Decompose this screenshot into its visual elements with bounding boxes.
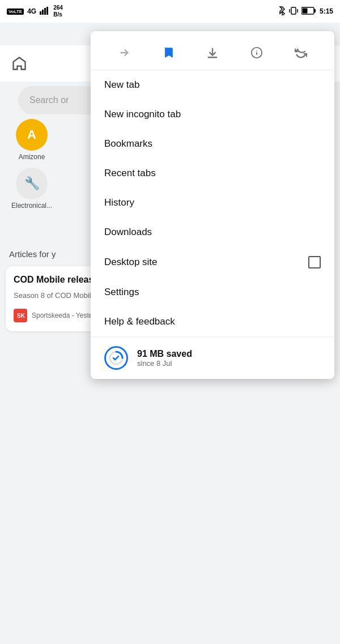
svg-rect-1 [42, 10, 44, 15]
refresh-button[interactable] [288, 40, 313, 65]
menu-item-new-tab[interactable]: New tab [91, 70, 334, 100]
data-saved-amount: 91 MB saved [137, 349, 192, 359]
svg-rect-9 [302, 8, 307, 13]
shortcut-amizone[interactable]: A Amizone [9, 119, 54, 161]
vibrate-icon [289, 6, 298, 17]
bluetooth-icon [279, 6, 286, 17]
forward-button[interactable] [112, 40, 137, 65]
status-right: 5:15 [279, 6, 333, 17]
data-saved-section: 91 MB saved since 8 Jul [91, 336, 334, 379]
svg-rect-3 [46, 7, 48, 15]
data-saved-info: 91 MB saved since 8 Jul [137, 349, 192, 368]
menu-item-desktop-site[interactable]: Desktop site [91, 247, 334, 278]
signal-bars [40, 7, 50, 16]
source-logo: SK [14, 309, 27, 322]
electronical-label: Electronical... [11, 202, 52, 210]
menu-item-new-incognito-tab[interactable]: New incognito tab [91, 100, 334, 129]
download-button[interactable] [200, 40, 225, 65]
chrome-menu: New tab New incognito tab Bookmarks Rece… [91, 31, 334, 379]
menu-item-history[interactable]: History [91, 188, 334, 217]
svg-rect-4 [291, 7, 296, 14]
data-saved-icon [104, 346, 128, 370]
menu-item-bookmarks[interactable]: Bookmarks [91, 129, 334, 159]
articles-label: Articles for y [9, 249, 56, 259]
shortcut-electronical[interactable]: 🔧 Electronical... [9, 168, 54, 210]
amizone-label: Amizone [19, 153, 45, 161]
menu-item-help-feedback[interactable]: Help & feedback [91, 307, 334, 336]
svg-rect-8 [314, 9, 316, 12]
svg-text:SK: SK [17, 313, 25, 319]
time-display: 5:15 [320, 7, 333, 15]
menu-item-downloads[interactable]: Downloads [91, 217, 334, 247]
svg-rect-2 [44, 8, 46, 15]
menu-item-settings[interactable]: Settings [91, 278, 334, 307]
desktop-site-checkbox[interactable] [308, 256, 321, 268]
menu-item-recent-tabs[interactable]: Recent tabs [91, 159, 334, 188]
status-bar: VoLTE 4G 264B/s 5:15 [0, 0, 340, 23]
data-saved-date: since 8 Jul [137, 359, 192, 368]
electronical-icon: 🔧 [16, 168, 48, 199]
volte-indicator: VoLTE [7, 8, 24, 15]
svg-rect-0 [40, 11, 41, 15]
amizone-icon: A [16, 119, 48, 151]
search-placeholder: Search or [29, 95, 69, 105]
speed-indicator: 264B/s [53, 5, 63, 18]
menu-toolbar [91, 31, 334, 70]
network-indicator: 4G [27, 7, 36, 15]
status-left: VoLTE 4G 264B/s [7, 5, 63, 18]
battery-indicator [301, 7, 316, 16]
bookmark-button[interactable] [156, 40, 181, 65]
info-button[interactable] [244, 40, 269, 65]
